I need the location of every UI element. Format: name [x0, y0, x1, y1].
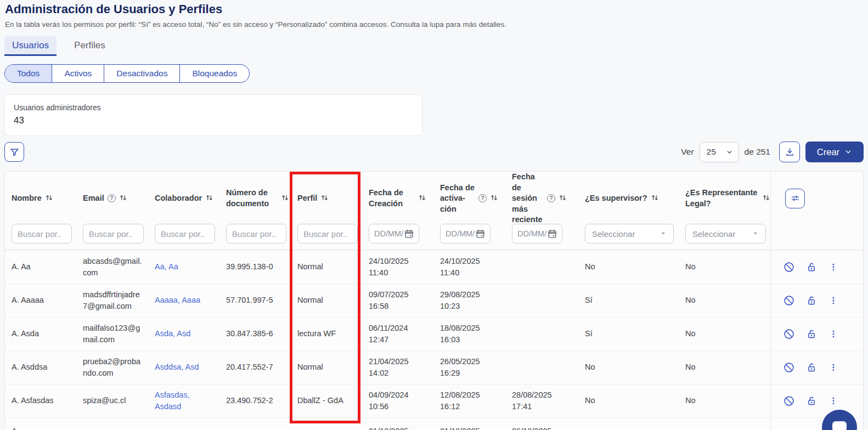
- sort-icon[interactable]: [762, 194, 770, 203]
- table-row: A. Aaaaa madsdffrtinjadre7@gmail.com Aaa…: [5, 284, 863, 317]
- cell-documento: 20.417.552-7: [219, 351, 291, 384]
- col-header-activacion[interactable]: Fecha de activa-ción ?: [433, 172, 505, 225]
- create-button[interactable]: Crear: [805, 142, 864, 162]
- cell-colaborador-link[interactable]: Asddsa, Asd: [148, 351, 219, 384]
- col-header-supervisor[interactable]: ¿Es supervisor?: [578, 172, 679, 225]
- admin-users-card: Usuarios administradores 43: [4, 94, 422, 136]
- sort-icon[interactable]: [490, 194, 498, 203]
- cell-colaborador-link[interactable]: [148, 418, 219, 430]
- ver-label: Ver: [681, 147, 694, 157]
- cell-email: [76, 418, 148, 430]
- row-actions: [770, 251, 858, 284]
- date-placeholder: DD/MM/: [517, 229, 546, 238]
- col-header-perfil[interactable]: Perfil: [291, 172, 362, 225]
- block-user-button[interactable]: [783, 261, 795, 273]
- tab-perfiles[interactable]: Perfiles: [66, 36, 113, 56]
- chevron-down-icon: [660, 230, 667, 237]
- filter-activos[interactable]: Activos: [52, 65, 104, 82]
- sort-icon[interactable]: [651, 194, 659, 203]
- row-actions: [770, 351, 858, 384]
- kebab-menu-icon[interactable]: [828, 328, 839, 340]
- kebab-menu-icon[interactable]: [828, 261, 839, 273]
- kebab-menu-icon[interactable]: [828, 395, 839, 407]
- cell-perfil: lectura WF: [291, 318, 362, 350]
- cell-nombre: A. Asfasdas: [5, 384, 76, 417]
- search-perfil-input[interactable]: [297, 224, 358, 244]
- download-button[interactable]: [779, 142, 800, 162]
- cell-perfil: [291, 418, 362, 430]
- cell-representante: No: [679, 351, 770, 384]
- sort-icon[interactable]: [320, 194, 329, 203]
- kebab-menu-icon[interactable]: [828, 361, 839, 374]
- select-representante[interactable]: Seleccionar: [685, 224, 766, 244]
- cell-colaborador-link[interactable]: Asfasdas, Asdasd: [148, 384, 219, 417]
- col-label: ¿Es supervisor?: [585, 193, 647, 204]
- search-documento-input[interactable]: [226, 224, 286, 244]
- help-icon[interactable]: ?: [478, 194, 487, 202]
- table-filters-row: DD/MM/ DD/MM/ DD/MM/ Seleccionar: [5, 223, 863, 250]
- cell-fecha-sesion: [505, 351, 578, 384]
- cell-colaborador-link[interactable]: Aa, Aa: [148, 251, 219, 284]
- filter-todos[interactable]: Todos: [5, 65, 52, 82]
- page-size-select[interactable]: 25: [700, 142, 739, 162]
- cell-fecha-creacion: 06/11/2024 12:47: [362, 318, 433, 350]
- lock-user-button[interactable]: [805, 361, 818, 374]
- date-sesion-input[interactable]: DD/MM/: [512, 224, 562, 244]
- cell-perfil: DballZ - GdA: [291, 384, 362, 417]
- tab-usuarios[interactable]: Usuarios: [4, 36, 57, 56]
- cell-supervisor: No: [578, 351, 679, 384]
- sort-icon[interactable]: [119, 194, 127, 203]
- col-header-nombre[interactable]: Nombre: [5, 172, 76, 225]
- sort-icon[interactable]: [418, 194, 426, 203]
- cell-representante: No: [679, 384, 770, 417]
- col-header-creacion[interactable]: Fecha de Creación: [362, 172, 433, 225]
- column-settings-button[interactable]: [785, 189, 805, 208]
- create-button-label: Crear: [817, 147, 839, 157]
- cell-nombre: A. Aaaaa: [5, 284, 76, 317]
- col-header-representante[interactable]: ¿Es Representante Legal?: [679, 172, 770, 225]
- cell-nombre: A. Asda: [5, 318, 76, 350]
- cell-email: madsdffrtinjadre7@gmail.com: [76, 284, 148, 317]
- sort-icon[interactable]: [45, 194, 53, 203]
- lock-user-button[interactable]: [805, 295, 818, 307]
- cell-fecha-creacion: 21/04/2025 14:02: [362, 351, 433, 384]
- lock-user-button[interactable]: [805, 395, 818, 407]
- sort-icon[interactable]: [205, 194, 213, 203]
- filter-button[interactable]: [4, 142, 24, 162]
- cell-nombre: A. Aa: [5, 251, 76, 284]
- calendar-icon: [404, 229, 414, 239]
- col-header-colaborador[interactable]: Colaborador: [148, 172, 219, 225]
- block-user-button[interactable]: [783, 295, 795, 307]
- tab-bar: Usuarios Perfiles: [4, 36, 113, 56]
- help-icon[interactable]: ?: [108, 194, 116, 202]
- cell-colaborador-link[interactable]: Asda, Asd: [148, 318, 219, 350]
- search-nombre-input[interactable]: [12, 224, 72, 244]
- search-email-input[interactable]: [83, 224, 144, 244]
- cell-supervisor: No: [578, 251, 679, 284]
- block-user-button[interactable]: [783, 361, 795, 374]
- block-user-button[interactable]: [783, 328, 795, 340]
- select-supervisor[interactable]: Seleccionar: [585, 224, 674, 244]
- filter-desactivados[interactable]: Desactivados: [104, 65, 179, 82]
- cell-colaborador-link[interactable]: Aaaaa, Aaaa: [148, 284, 219, 317]
- cell-email: spiza@uc.cl: [76, 384, 148, 417]
- col-header-sesion[interactable]: Fecha de sesión más reciente ?: [505, 172, 578, 225]
- sort-icon[interactable]: [559, 194, 567, 203]
- cell-fecha-creacion: 24/10/2025 11:40: [362, 251, 433, 284]
- col-header-documento[interactable]: Número de documento: [219, 172, 291, 225]
- filter-bloqueados[interactable]: Bloqueados: [179, 65, 249, 82]
- kebab-menu-icon[interactable]: [828, 295, 839, 307]
- lock-user-button[interactable]: [805, 261, 818, 273]
- help-icon[interactable]: ?: [547, 194, 555, 202]
- page-size-value: 25: [707, 147, 716, 157]
- search-colaborador-input[interactable]: [155, 224, 215, 244]
- col-header-email[interactable]: Email ?: [76, 172, 148, 225]
- block-user-button[interactable]: [783, 395, 795, 407]
- toolbar-right: Ver 25 de 251 Crear: [681, 142, 864, 162]
- date-creacion-input[interactable]: DD/MM/: [369, 224, 419, 244]
- lock-user-button[interactable]: [805, 328, 818, 340]
- sort-icon[interactable]: [281, 194, 289, 203]
- cell-perfil: Normal: [291, 351, 362, 384]
- select-placeholder: Seleccionar: [692, 229, 735, 239]
- date-activacion-input[interactable]: DD/MM/: [440, 224, 491, 244]
